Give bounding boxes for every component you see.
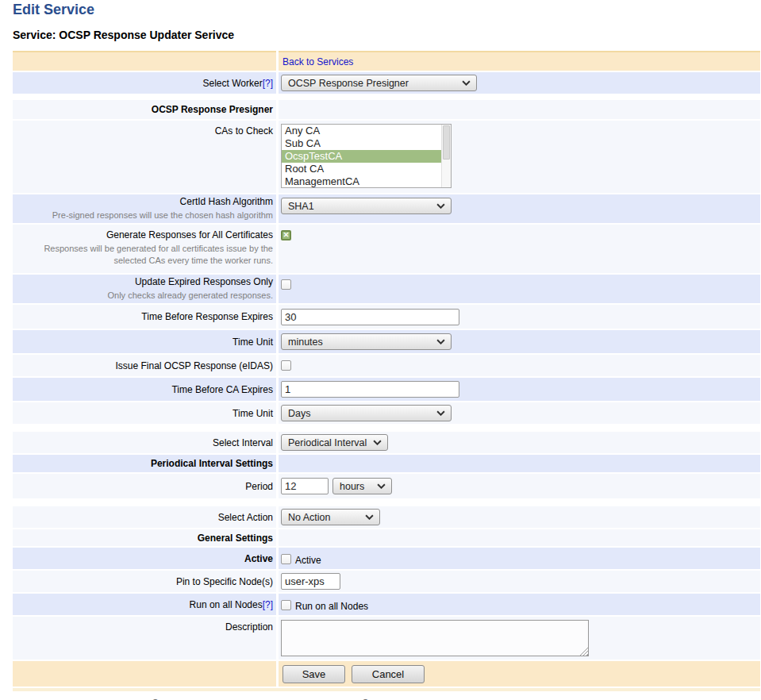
issue-final-ocsp-checkbox[interactable] (281, 360, 291, 371)
resize-grip-icon[interactable] (579, 647, 588, 656)
select-worker-help-link[interactable]: [?] (263, 78, 273, 89)
period-unit-value: hours (340, 481, 364, 492)
action-select[interactable]: No Action (281, 509, 380, 525)
select-worker-label: Select Worker (203, 78, 263, 89)
time-unit-ca-value: Days (288, 408, 310, 419)
time-unit-ca-select[interactable]: Days (281, 405, 452, 421)
cancel-button[interactable]: Cancel (352, 665, 425, 683)
row-periodical-interval-header: Periodical Interval Settings (13, 455, 760, 472)
update-expired-helper: Only checks already generated responses. (107, 290, 273, 302)
pin-to-nodes-input[interactable] (281, 573, 340, 590)
active-checkbox-label: Active (295, 555, 321, 566)
row-select-interval: Select Interval Periodical Interval (13, 432, 760, 453)
update-expired-label: Update Expired Responses Only (135, 276, 273, 287)
run-on-all-nodes-checkbox[interactable] (281, 600, 291, 610)
description-label: Description (225, 621, 273, 633)
row-certid-hash: CertId Hash Algorithm Pre-signed respons… (13, 194, 760, 223)
certid-hash-helper: Pre-signed responses will use the chosen… (52, 210, 273, 221)
row-cas-to-check: CAs to Check Any CA Sub CA OcspTestCA Ro… (13, 121, 760, 193)
select-interval-label: Select Interval (213, 437, 273, 448)
select-action-label: Select Action (218, 512, 273, 523)
service-name-heading: Service: OCSP Response Updater Serivce (13, 29, 761, 41)
interval-select-value: Periodical Interval (288, 437, 367, 448)
time-unit-response-select[interactable]: minutes (281, 333, 452, 350)
hash-algorithm-select[interactable]: SHA1 (281, 198, 452, 214)
row-general-settings-header: General Settings (13, 529, 760, 546)
row-update-expired: Update Expired Responses Only Only check… (13, 275, 760, 303)
listbox-option[interactable]: Root CA (282, 163, 441, 175)
time-before-ca-label: Time Before CA Expires (171, 384, 273, 395)
listbox-option[interactable]: Sub CA (282, 137, 441, 150)
row-active: Active Active (13, 548, 760, 569)
period-label: Period (245, 481, 273, 492)
active-checkbox[interactable] (281, 554, 291, 564)
generate-responses-checkbox[interactable]: ✕ (281, 230, 291, 240)
row-time-before-ca: Time Before CA Expires (13, 378, 760, 401)
generate-responses-helper: Responses will be generated for all cert… (17, 243, 273, 267)
run-on-all-nodes-label: Run on all Nodes (190, 599, 263, 610)
time-unit-response-value: minutes (288, 337, 323, 348)
generate-responses-label: Generate Responses for All Certificates (106, 229, 273, 240)
time-unit-ca-label: Time Unit (233, 408, 273, 419)
chevron-down-icon (462, 80, 471, 86)
row-period: Period hours (13, 474, 760, 498)
listbox-option[interactable]: Any CA (282, 125, 441, 137)
listbox-option[interactable]: ManagementCA (282, 175, 441, 187)
chevron-down-icon (365, 514, 374, 520)
back-to-services-link[interactable]: Back to Services (282, 56, 353, 67)
chevron-down-icon (436, 410, 445, 416)
row-select-action: Select Action No Action (13, 506, 760, 528)
chevron-down-icon (436, 339, 445, 344)
time-unit-response-label: Time Unit (233, 337, 273, 348)
period-unit-select[interactable]: hours (332, 478, 392, 494)
row-issue-final-ocsp: Issue Final OCSP Response (eIDAS) (13, 355, 760, 376)
chevron-down-icon (377, 483, 386, 489)
row-description: Description (13, 617, 760, 660)
save-button[interactable]: Save (282, 665, 345, 683)
time-before-ca-input[interactable] (281, 381, 459, 398)
update-expired-checkbox[interactable] (281, 279, 291, 290)
worker-select-value: OCSP Response Presigner (288, 78, 409, 89)
row-time-unit-response: Time Unit minutes (13, 330, 760, 353)
page-title: Edit Service (13, 2, 761, 18)
scrollbar-thumb[interactable] (443, 125, 450, 160)
general-settings-header: General Settings (198, 533, 273, 544)
row-buttons: Save Cancel (13, 661, 760, 687)
active-label: Active (244, 553, 273, 564)
listbox-option-selected[interactable]: OcspTestCA (282, 150, 441, 163)
run-on-all-nodes-help-link[interactable]: [?] (263, 599, 273, 610)
action-select-value: No Action (288, 512, 331, 523)
period-input[interactable] (281, 478, 329, 494)
run-on-all-nodes-checkbox-label: Run on all Nodes (295, 601, 368, 612)
table-bottom-strip (13, 688, 760, 691)
time-before-response-input[interactable] (281, 309, 459, 325)
header-row: Back to Services (13, 51, 760, 71)
worker-select[interactable]: OCSP Response Presigner (281, 75, 477, 91)
row-time-before-response: Time Before Response Expires (13, 305, 760, 329)
interval-select[interactable]: Periodical Interval (281, 434, 388, 451)
certid-hash-label: CertId Hash Algorithm (180, 196, 273, 207)
pin-to-nodes-label: Pin to Specific Node(s) (176, 576, 273, 587)
row-generate-responses: Generate Responses for All Certificates … (13, 225, 760, 273)
listbox-scrollbar[interactable] (441, 125, 451, 187)
periodical-interval-header: Periodical Interval Settings (151, 458, 273, 469)
worker-section-header: OCSP Response Presigner (152, 104, 273, 115)
issue-final-ocsp-label: Issue Final OCSP Response (eIDAS) (115, 360, 273, 371)
row-time-unit-ca: Time Unit Days (13, 402, 760, 424)
cas-to-check-label: CAs to Check (215, 125, 273, 137)
row-pin-to-nodes: Pin to Specific Node(s) (13, 571, 760, 592)
edit-service-form: Back to Services Select Worker[?] OCSP R… (13, 51, 760, 687)
chevron-down-icon (436, 203, 445, 209)
chevron-down-icon (373, 440, 382, 445)
description-textarea[interactable] (281, 620, 589, 656)
row-select-worker: Select Worker[?] OCSP Response Presigner (13, 72, 760, 94)
cas-listbox[interactable]: Any CA Sub CA OcspTestCA Root CA Managem… (281, 124, 452, 188)
row-run-on-all-nodes: Run on all Nodes[?] Run on all Nodes (13, 594, 760, 615)
row-worker-section-header: OCSP Response Presigner (13, 100, 760, 119)
hash-algorithm-value: SHA1 (288, 201, 314, 212)
time-before-response-label: Time Before Response Expires (141, 311, 273, 322)
